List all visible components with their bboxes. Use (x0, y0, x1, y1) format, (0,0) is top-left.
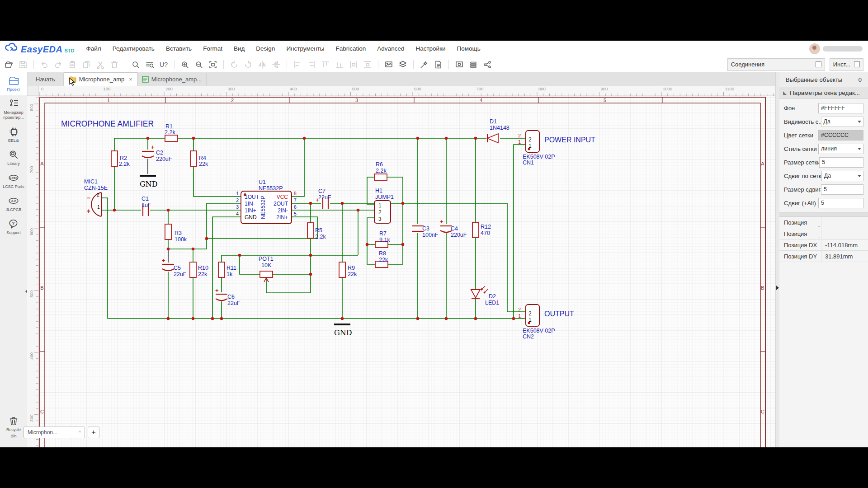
prop-label: Размер сдвига (784, 186, 821, 193)
sheet-tab[interactable]: Microphon... ^ (24, 427, 85, 438)
prop-select-1[interactable]: Да (821, 117, 863, 127)
delete-icon (109, 59, 120, 70)
bom-icon[interactable] (433, 59, 443, 70)
netlabel-icon[interactable]: U? (158, 59, 169, 70)
sidebar-item-project[interactable]: Проект (0, 72, 27, 95)
panel-collapse-handle[interactable] (776, 286, 779, 290)
svg-text:200: 200 (165, 86, 173, 91)
prop-input-2[interactable]: #CCCCCC (818, 130, 863, 141)
erc-icon[interactable] (419, 59, 429, 70)
zoom-in-icon[interactable] (179, 59, 190, 70)
connections-panel-button[interactable]: Соединения (727, 58, 825, 71)
component-R12[interactable] (472, 222, 479, 238)
instruments-panel-button[interactable]: Инст... (830, 58, 863, 71)
prop-value: линия (821, 145, 837, 152)
toolbar-separator (413, 60, 414, 69)
schematic-canvas[interactable]: 0100200300400500600700800900100011008007… (27, 86, 775, 447)
prop-row-5: Сдвиг по сеткеДа (779, 169, 868, 183)
component-R6[interactable] (374, 174, 387, 180)
menu-настройки[interactable]: Настройки (415, 45, 445, 52)
sidebar-item-label: EELib (0, 138, 27, 143)
sidebar-item-library[interactable]: Library (0, 146, 27, 169)
share-icon[interactable] (482, 59, 493, 70)
user-avatar[interactable] (809, 43, 820, 54)
svg-text:R9: R9 (348, 265, 355, 271)
component-C6[interactable] (215, 292, 228, 301)
find-similar-icon[interactable] (144, 59, 155, 70)
search-icon[interactable] (130, 59, 141, 70)
sidebar-item-label: Менеджер (0, 110, 27, 115)
svg-text:2: 2 (236, 197, 239, 203)
tab-начать[interactable]: Начать (28, 73, 64, 86)
component-C2[interactable] (142, 150, 154, 159)
svg-text:R8: R8 (379, 250, 386, 257)
section-editor-params[interactable]: Параметры окна редак... (779, 87, 868, 99)
component-R2[interactable] (111, 151, 118, 166)
edition-badge: STD (64, 48, 74, 53)
sidebar-item-design-manager[interactable]: Менеджерпроектир... (0, 95, 27, 123)
menu-design[interactable]: Design (256, 45, 275, 52)
preview-icon[interactable] (454, 59, 465, 70)
svg-text:D1: D1 (490, 118, 497, 125)
svg-text:4: 4 (236, 211, 239, 216)
prop-input-7[interactable]: 5 (818, 198, 863, 208)
pos-label: Позиция.. (779, 219, 821, 226)
svg-text:−: − (87, 194, 90, 202)
svg-text:C4: C4 (451, 225, 458, 232)
layers-icon[interactable] (468, 59, 479, 70)
zoom-out-icon[interactable] (193, 59, 204, 70)
menu-редактировать[interactable]: Редактировать (113, 45, 155, 52)
popout-icon[interactable] (854, 61, 860, 67)
add-sheet-button[interactable]: + (88, 427, 99, 438)
svg-text:GND: GND (245, 214, 257, 221)
zoom-fit-icon[interactable] (208, 59, 218, 70)
component-R5[interactable] (307, 223, 314, 238)
component-R10[interactable] (190, 262, 196, 277)
truncation-dots: .. (817, 223, 820, 228)
prop-select-5[interactable]: Да (821, 171, 863, 181)
sidebar-item-support[interactable]: ?Support (0, 216, 27, 239)
component-CN2[interactable] (526, 305, 539, 326)
menu-fabrication[interactable]: Fabrication (336, 45, 366, 52)
component-R4[interactable] (190, 151, 197, 166)
close-icon[interactable]: × (129, 76, 132, 83)
prop-select-3[interactable]: линия (818, 144, 863, 154)
svg-text:1IN-: 1IN- (245, 201, 255, 207)
menu-advanced[interactable]: Advanced (377, 45, 404, 52)
menu-файл[interactable]: Файл (86, 45, 101, 52)
chevron-up-icon[interactable]: ^ (79, 430, 81, 435)
open-icon[interactable] (4, 59, 14, 70)
component-C5[interactable] (162, 263, 175, 272)
sidebar-item-eelib[interactable]: EELib (0, 123, 27, 146)
component-R11[interactable] (218, 262, 225, 277)
component-R9[interactable] (339, 262, 345, 277)
popout-icon[interactable] (816, 61, 821, 67)
menu-помощь[interactable]: Помощь (457, 45, 481, 52)
svg-text:?: ? (12, 221, 14, 225)
component-R3[interactable] (165, 224, 171, 239)
sidebar-item-jlcpcb[interactable]: JLCJLCPCB (0, 192, 27, 216)
svg-text:C: C (40, 409, 44, 414)
menu-вид[interactable]: Вид (234, 45, 245, 52)
prop-label: Сдвиг (+Alt) (784, 200, 816, 206)
menu-инструменты[interactable]: Инструменты (286, 45, 324, 52)
tab-microphone_amp-[interactable]: Microphone_amp... (137, 73, 207, 86)
align-right-icon (306, 59, 317, 70)
prop-input-0[interactable]: #FFFFFF (818, 103, 863, 113)
distribute-v-icon (362, 59, 373, 70)
svg-text:1uF: 1uF (142, 202, 151, 208)
export-image-icon[interactable] (383, 59, 394, 70)
component-R1[interactable] (165, 135, 178, 141)
component-H1[interactable] (374, 201, 391, 223)
svg-text:100nF: 100nF (422, 232, 439, 238)
prop-input-6[interactable]: 5 (821, 184, 863, 195)
menu-вставить[interactable]: Вставить (166, 45, 192, 52)
sidebar-item-recycle-bin[interactable]: RecycleBin (0, 413, 27, 442)
component-CN1[interactable] (526, 131, 539, 152)
easyeda-logo[interactable]: EasyEDA STD (5, 42, 74, 55)
prop-input-4[interactable]: 5 (819, 157, 863, 168)
design-manager-icon[interactable] (397, 59, 408, 70)
svg-text:2.2k: 2.2k (376, 168, 387, 174)
menu-format[interactable]: Format (203, 45, 222, 52)
sidebar-item-lcsc[interactable]: LCSCLCSC Parts (0, 169, 27, 192)
